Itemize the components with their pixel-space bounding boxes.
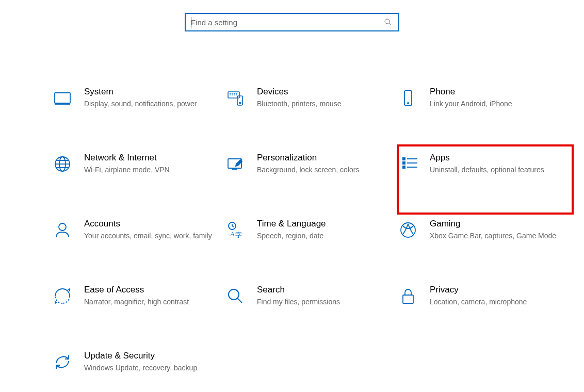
ease-of-access-icon [53, 285, 84, 305]
tile-text: Time & Language Speech, region, date [257, 219, 391, 241]
tile-title: Accounts [84, 219, 213, 229]
search-icon [384, 18, 392, 26]
text-cursor [191, 17, 191, 28]
tile-title: Update & Security [84, 351, 213, 361]
network-icon [53, 153, 84, 173]
tile-time-language[interactable]: A 字 Time & Language Speech, region, date [226, 213, 399, 279]
tile-title: Ease of Access [84, 285, 213, 295]
tile-title: Gaming [430, 219, 558, 229]
tile-text: Network & Internet Wi-Fi, airplane mode,… [84, 153, 218, 175]
tile-desc: Find my files, permissions [257, 297, 385, 307]
tile-update-security[interactable]: Update & Security Windows Update, recove… [53, 345, 226, 392]
search-input[interactable] [191, 18, 393, 27]
devices-icon [226, 87, 257, 107]
personalization-icon [226, 153, 257, 173]
tile-desc: Your accounts, email, sync, work, family [84, 231, 213, 241]
tile-text: Personalization Background, lock screen,… [257, 153, 391, 175]
tile-text: Phone Link your Android, iPhone [430, 87, 563, 109]
tile-title: Search [257, 285, 385, 295]
tile-text: System Display, sound, notifications, po… [84, 87, 218, 109]
svg-rect-27 [403, 166, 405, 168]
svg-line-34 [232, 226, 234, 227]
svg-rect-25 [403, 158, 405, 160]
tile-text: Search Find my files, permissions [257, 285, 391, 307]
tile-title: Network & Internet [84, 153, 213, 163]
tile-gaming[interactable]: Gaming Xbox Game Bar, captures, Game Mod… [399, 213, 572, 279]
tile-search[interactable]: Search Find my files, permissions [226, 279, 399, 345]
tile-privacy[interactable]: Privacy Location, camera, microphone [399, 279, 572, 345]
search-box[interactable] [185, 13, 399, 31]
svg-text:A: A [230, 230, 235, 238]
tile-desc: Wi-Fi, airplane mode, VPN [84, 165, 213, 175]
tile-title: Privacy [430, 285, 558, 295]
apps-icon [399, 153, 430, 173]
settings-home: System Display, sound, notifications, po… [0, 0, 584, 392]
svg-line-39 [237, 298, 242, 303]
phone-icon [399, 87, 430, 107]
tile-text: Devices Bluetooth, printers, mouse [257, 87, 391, 109]
svg-point-0 [385, 19, 390, 24]
tile-desc: Xbox Game Bar, captures, Game Mode [430, 231, 558, 241]
svg-rect-40 [403, 295, 413, 303]
tile-ease-of-access[interactable]: Ease of Access Narrator, magnifier, high… [53, 279, 226, 345]
tile-personalization[interactable]: Personalization Background, lock screen,… [226, 146, 399, 213]
tile-title: Phone [430, 87, 558, 97]
tile-text: Privacy Location, camera, microphone [430, 285, 563, 307]
svg-rect-26 [403, 162, 405, 164]
tile-desc: Uninstall, defaults, optional features [430, 165, 558, 175]
tile-title: Apps [430, 153, 558, 163]
privacy-icon [399, 285, 430, 305]
search-wrapper [0, 13, 584, 31]
svg-point-14 [239, 103, 241, 104]
tile-desc: Bluetooth, printers, mouse [257, 99, 385, 109]
svg-rect-2 [55, 93, 70, 103]
tile-desc: Narrator, magnifier, high contrast [84, 297, 213, 307]
tile-text: Ease of Access Narrator, magnifier, high… [84, 285, 218, 307]
svg-text:字: 字 [235, 231, 242, 239]
update-security-icon [53, 351, 84, 371]
tile-apps[interactable]: Apps Uninstall, defaults, optional featu… [397, 144, 574, 215]
tile-text: Update & Security Windows Update, recove… [84, 351, 218, 373]
tile-title: System [84, 87, 213, 97]
tile-phone[interactable]: Phone Link your Android, iPhone [399, 80, 572, 146]
tile-system[interactable]: System Display, sound, notifications, po… [53, 80, 226, 146]
search-tile-icon [226, 285, 257, 305]
tile-text: Gaming Xbox Game Bar, captures, Game Mod… [430, 219, 563, 241]
tile-devices[interactable]: Devices Bluetooth, printers, mouse [226, 80, 399, 146]
tile-desc: Speech, region, date [257, 231, 385, 241]
tile-title: Devices [257, 87, 385, 97]
tile-desc: Background, lock screen, colors [257, 165, 385, 175]
tile-desc: Windows Update, recovery, backup [84, 363, 213, 373]
accounts-icon [53, 219, 84, 239]
svg-point-31 [59, 223, 66, 231]
tile-desc: Link your Android, iPhone [430, 99, 558, 109]
svg-line-1 [389, 23, 391, 25]
tile-accounts[interactable]: Accounts Your accounts, email, sync, wor… [53, 213, 226, 279]
tile-desc: Display, sound, notifications, power [84, 99, 213, 109]
tile-title: Personalization [257, 153, 385, 163]
tile-text: Apps Uninstall, defaults, optional featu… [430, 153, 563, 175]
tile-network[interactable]: Network & Internet Wi-Fi, airplane mode,… [53, 146, 226, 213]
time-language-icon: A 字 [226, 219, 257, 239]
tile-desc: Location, camera, microphone [430, 297, 558, 307]
svg-point-16 [408, 103, 409, 104]
settings-grid: System Display, sound, notifications, po… [0, 80, 584, 392]
system-icon [53, 87, 84, 107]
tile-title: Time & Language [257, 219, 385, 229]
tile-text: Accounts Your accounts, email, sync, wor… [84, 219, 218, 241]
gaming-icon [399, 219, 430, 239]
